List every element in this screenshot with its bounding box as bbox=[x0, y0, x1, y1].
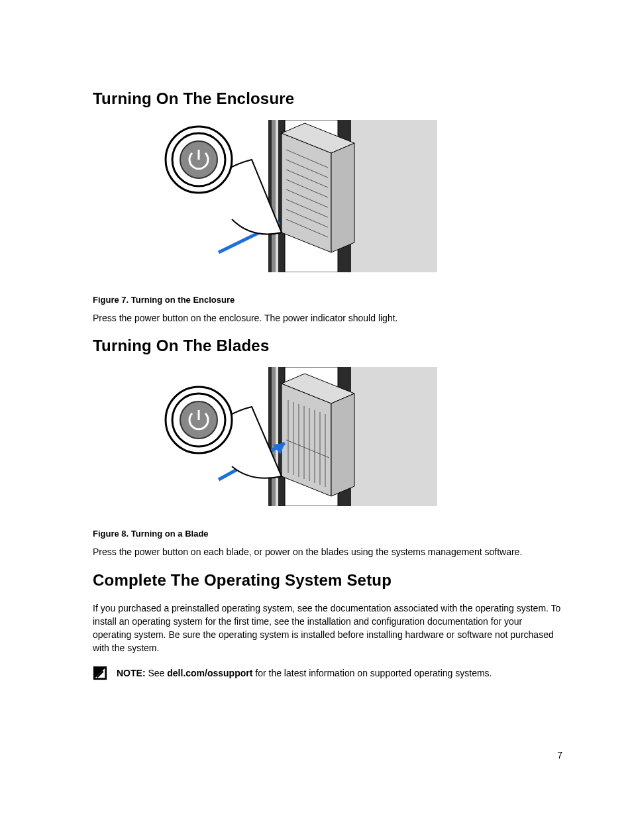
figure-7 bbox=[132, 120, 437, 275]
figure-8 bbox=[132, 367, 437, 509]
document-page: Turning On The Enclosure bbox=[0, 0, 632, 840]
figure-7-image bbox=[132, 120, 437, 275]
svg-rect-26 bbox=[272, 367, 276, 506]
note-row: NOTE: See dell.com/ossupport for the lat… bbox=[93, 667, 562, 680]
note-link: dell.com/ossupport bbox=[167, 668, 252, 678]
heading-turning-on-blades: Turning On The Blades bbox=[93, 337, 562, 355]
svg-rect-0 bbox=[351, 120, 437, 272]
svg-rect-27 bbox=[276, 367, 278, 506]
note-text: NOTE: See dell.com/ossupport for the lat… bbox=[117, 667, 562, 680]
svg-rect-22 bbox=[351, 367, 437, 506]
page-number: 7 bbox=[557, 750, 562, 761]
svg-rect-4 bbox=[272, 120, 276, 272]
note-label: NOTE: bbox=[117, 668, 146, 678]
svg-rect-5 bbox=[276, 120, 278, 272]
note-post: for the latest information on supported … bbox=[252, 668, 492, 678]
section3-body: If you purchased a preinstalled operatin… bbox=[93, 602, 562, 655]
svg-marker-8 bbox=[331, 143, 354, 252]
heading-turning-on-enclosure: Turning On The Enclosure bbox=[93, 89, 562, 108]
section2-body: Press the power button on each blade, or… bbox=[93, 545, 562, 558]
figure-7-caption: Figure 7. Turning on the Enclosure bbox=[93, 295, 562, 305]
note-icon bbox=[93, 666, 107, 680]
heading-complete-os-setup: Complete The Operating System Setup bbox=[93, 571, 562, 590]
section1-body: Press the power button on the enclosure.… bbox=[93, 311, 562, 325]
figure-8-caption: Figure 8. Turning on a Blade bbox=[93, 529, 562, 539]
note-pre: See bbox=[146, 668, 168, 678]
figure-8-image bbox=[132, 367, 437, 509]
svg-marker-30 bbox=[331, 394, 354, 496]
